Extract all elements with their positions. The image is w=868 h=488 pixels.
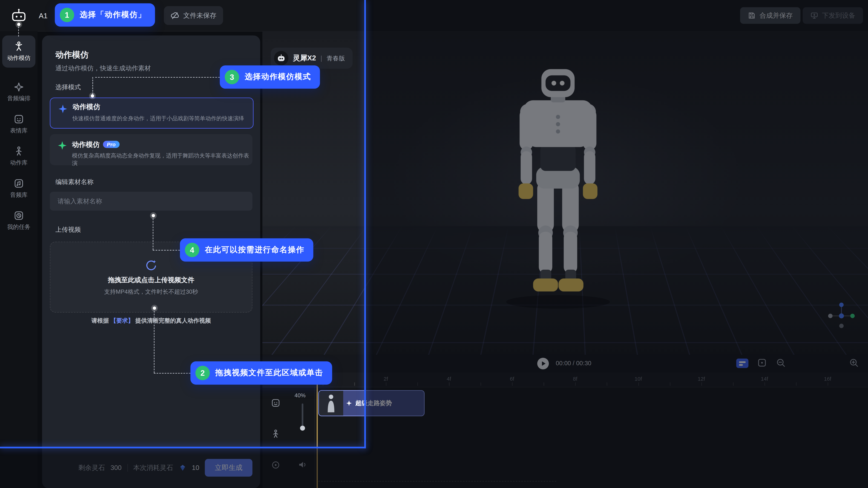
tour-step-text: 选择动作模仿模式	[245, 72, 311, 82]
tour-step-text: 选择「动作模仿」	[80, 10, 146, 20]
tour-step-4: 4 在此可以按需进行命名操作	[180, 238, 313, 261]
expression-track-icon[interactable]	[271, 398, 281, 408]
requirement-link[interactable]: 【要求】	[111, 317, 133, 324]
sidebar-item-action-library[interactable]: 动作库	[2, 141, 36, 172]
tour-step-2: 2 拖拽视频文件至此区域或单击	[190, 361, 332, 384]
robot-avatar-icon	[274, 51, 288, 65]
spark-icon-blue	[58, 104, 68, 114]
connector-line	[154, 373, 191, 374]
mode-desc: 模仿复杂高精度高动态全身动作复现，适用于舞蹈功夫等丰富表达创作表演	[72, 152, 252, 167]
sidebar-item-label: 我的任务	[7, 223, 30, 231]
mode-card-pro[interactable]: 动作模仿Pro 模仿复杂高精度高动态全身动作复现，适用于舞蹈功夫等丰富表达创作表…	[50, 134, 252, 165]
expression-library-icon	[13, 114, 24, 125]
motion-imitation-panel: 动作模仿 通过动作模仿，快速生成动作素材 选择模式 动作模仿 快速模仿普通难度的…	[42, 35, 260, 488]
tour-step-number: 1	[60, 8, 74, 22]
connector-dot	[17, 23, 21, 26]
highlight-border-horizontal	[0, 447, 366, 448]
dim-overlay-bottom-left	[0, 448, 366, 488]
clip-type-icon	[346, 400, 352, 406]
pro-badge: Pro	[103, 141, 119, 148]
dropzone-hint: 支持MP4格式，文件时长不超过30秒	[104, 288, 198, 296]
mode-card-basic[interactable]: 动作模仿 快速模仿普通难度的全身动作，适用于小品戏剧等简单动作的快速演绎	[50, 97, 253, 128]
track-height-knob[interactable]	[300, 426, 305, 431]
my-tasks-icon	[13, 210, 24, 221]
motion-imitation-icon	[13, 41, 24, 52]
dropzone-title: 拖拽至此或点击上传视频文件	[108, 275, 194, 285]
audio-arrange-icon	[13, 82, 24, 93]
mode-name: 动作模仿	[72, 103, 100, 112]
connector-dot	[152, 214, 155, 217]
highlight-border-vertical	[364, 0, 366, 448]
connector-dot	[153, 307, 156, 310]
connector-line	[93, 77, 93, 94]
mode-name: 动作模仿	[72, 141, 100, 149]
project-title: A1	[39, 12, 48, 20]
file-unsaved-label: 文件未保存	[183, 11, 217, 20]
sidebar-item-label: 音频库	[10, 191, 28, 199]
tour-step-number: 3	[225, 70, 239, 84]
panel-title: 动作模仿	[55, 50, 89, 60]
tour-step-3: 3 选择动作模仿模式	[220, 65, 320, 89]
badge-separator: |	[320, 54, 322, 62]
upload-video-label: 上传视频	[55, 226, 81, 234]
sidebar-item-audio-library[interactable]: 音频库	[2, 173, 36, 204]
track-height-slider[interactable]	[302, 403, 303, 429]
sidebar-item-label: 动作库	[10, 159, 28, 167]
clip-thumbnail	[319, 391, 343, 416]
upload-sync-icon	[145, 259, 158, 272]
sidebar-item-my-tasks[interactable]: 我的任务	[2, 205, 36, 236]
sidebar-item-expression-library[interactable]: 表情库	[2, 109, 36, 140]
tour-step-text: 拖拽视频文件至此区域或单击	[215, 368, 323, 378]
track-zoom-percent: 40%	[294, 392, 306, 398]
app-window: A1 文件未保存 合成并保存	[0, 0, 868, 488]
audio-library-icon	[13, 178, 24, 189]
sidebar: 动作模仿 音频编排 表情库	[0, 31, 38, 488]
panel-subtitle: 通过动作模仿，快速生成动作素材	[55, 64, 151, 73]
app-logo-robot-icon	[11, 8, 27, 23]
robot-edition: 青春版	[327, 54, 345, 62]
tour-step-number: 2	[195, 366, 210, 380]
sidebar-item-label: 音频编排	[7, 95, 30, 103]
file-unsaved-status: 文件未保存	[164, 6, 223, 25]
connector-line	[153, 219, 153, 250]
sidebar-item-label: 动作模仿	[7, 54, 30, 62]
requirement-prefix: 请根据	[91, 317, 109, 324]
mode-select-label: 选择模式	[55, 83, 81, 91]
connector-line	[153, 250, 180, 251]
cloud-off-icon	[170, 11, 179, 20]
requirement-note: 请根据 【要求】 提供清晰完整的真人动作视频	[42, 317, 260, 325]
connector-line	[18, 27, 19, 36]
connector-line	[154, 311, 154, 373]
tour-step-number: 4	[185, 243, 199, 257]
connector-dot	[91, 94, 94, 97]
robot-name: 灵犀X2	[293, 53, 316, 63]
sidebar-item-motion-imitation[interactable]: 动作模仿	[2, 35, 36, 67]
tour-step-1: 1 选择「动作模仿」	[55, 3, 155, 27]
action-track-icon[interactable]	[271, 429, 281, 439]
material-name-label: 编辑素材名称	[55, 178, 94, 186]
material-name-input[interactable]	[50, 192, 252, 210]
action-library-icon	[13, 146, 24, 157]
dim-overlay-right	[366, 0, 868, 488]
mode-desc: 快速模仿普通难度的全身动作，适用于小品戏剧等简单动作的快速演绎	[72, 115, 244, 122]
spark-icon-green	[58, 141, 67, 150]
sidebar-item-audio-arrange[interactable]: 音频编排	[2, 77, 36, 108]
connector-line	[95, 77, 220, 78]
sidebar-item-label: 表情库	[10, 127, 28, 135]
tour-step-text: 在此可以按需进行命名操作	[205, 245, 305, 255]
requirement-suffix: 提供清晰完整的真人动作视频	[135, 317, 211, 324]
